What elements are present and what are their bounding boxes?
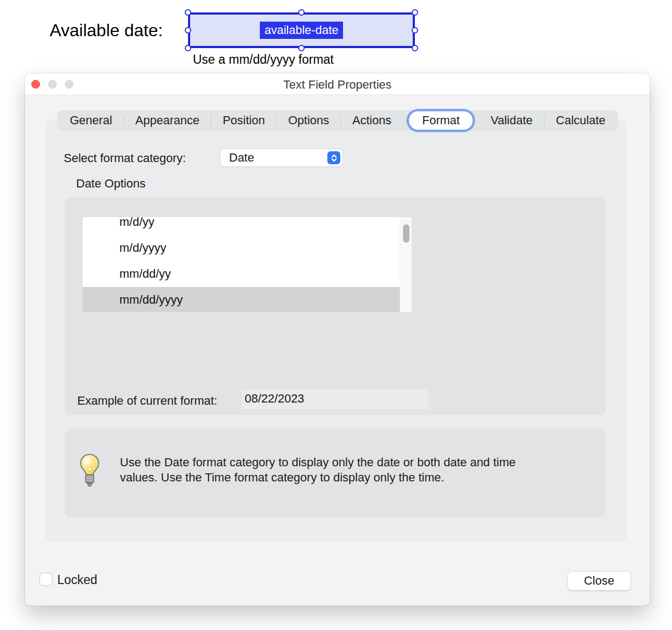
- tab-general[interactable]: General: [58, 111, 123, 130]
- selection-handle[interactable]: [412, 27, 418, 33]
- tab-position[interactable]: Position: [211, 111, 276, 130]
- list-item[interactable]: m/d/yyyy: [83, 235, 400, 261]
- up-down-chevrons-icon: [327, 151, 340, 164]
- tab-bar: General Appearance Position Options Acti…: [57, 110, 618, 131]
- format-category-value: Date: [229, 151, 254, 165]
- text-field-properties-dialog: Text Field Properties Select format cate…: [25, 73, 650, 606]
- tab-calculate[interactable]: Calculate: [545, 111, 617, 130]
- format-category-label: Select format category:: [64, 151, 186, 165]
- selection-handle[interactable]: [298, 45, 305, 51]
- example-format-value: 08/22/2023: [241, 389, 428, 410]
- tip-box: Use the Date format category to display …: [65, 428, 606, 518]
- date-format-list[interactable]: m/d/yy m/d/yyyy mm/dd/yy mm/dd/yyyy: [83, 217, 412, 312]
- tip-text-line: values. Use the Time format category to …: [120, 470, 444, 485]
- format-category-select[interactable]: Date: [220, 149, 342, 166]
- selection-handle[interactable]: [185, 27, 191, 33]
- format-tab-panel: Select format category: Date Date Option…: [45, 120, 627, 541]
- date-options-label: Date Options: [76, 177, 145, 191]
- screen: Available date: available-date Use a mm/…: [0, 0, 672, 630]
- selection-handle[interactable]: [412, 45, 418, 51]
- tab-validate[interactable]: Validate: [479, 111, 544, 130]
- available-date-form-field[interactable]: available-date: [188, 12, 415, 48]
- field-name-highlighted-text: available-date: [260, 22, 344, 39]
- tip-text-line: Use the Date format category to display …: [120, 455, 516, 470]
- field-caption-label: Available date:: [50, 21, 163, 41]
- tab-actions[interactable]: Actions: [341, 111, 402, 130]
- selection-handle[interactable]: [298, 9, 305, 16]
- list-item[interactable]: mm/dd/yy: [83, 261, 400, 287]
- scrollbar-track[interactable]: [400, 217, 412, 312]
- tab-format[interactable]: Format: [409, 111, 473, 130]
- field-tooltip-text: Use a mm/dd/yyyy format: [193, 52, 334, 67]
- tab-options[interactable]: Options: [277, 111, 340, 130]
- selection-handle[interactable]: [412, 9, 418, 16]
- scrollbar-thumb[interactable]: [403, 224, 409, 243]
- list-item[interactable]: m/d/yy: [83, 217, 400, 235]
- window-title: Text Field Properties: [25, 78, 650, 92]
- titlebar[interactable]: Text Field Properties: [25, 73, 650, 95]
- close-button[interactable]: Close: [568, 572, 630, 590]
- date-format-rows: m/d/yy m/d/yyyy mm/dd/yy mm/dd/yyyy: [83, 217, 400, 312]
- selection-handle[interactable]: [185, 9, 191, 16]
- tab-appearance[interactable]: Appearance: [124, 111, 211, 130]
- selection-handle[interactable]: [185, 45, 191, 51]
- locked-checkbox[interactable]: [40, 573, 52, 585]
- example-format-label: Example of current format:: [77, 394, 217, 408]
- lightbulb-icon: [79, 453, 100, 491]
- locked-label: Locked: [57, 573, 97, 587]
- date-options-groupbox: m/d/yy m/d/yyyy mm/dd/yy mm/dd/yyyy Exam…: [65, 197, 606, 415]
- list-item-selected[interactable]: mm/dd/yyyy: [83, 287, 400, 312]
